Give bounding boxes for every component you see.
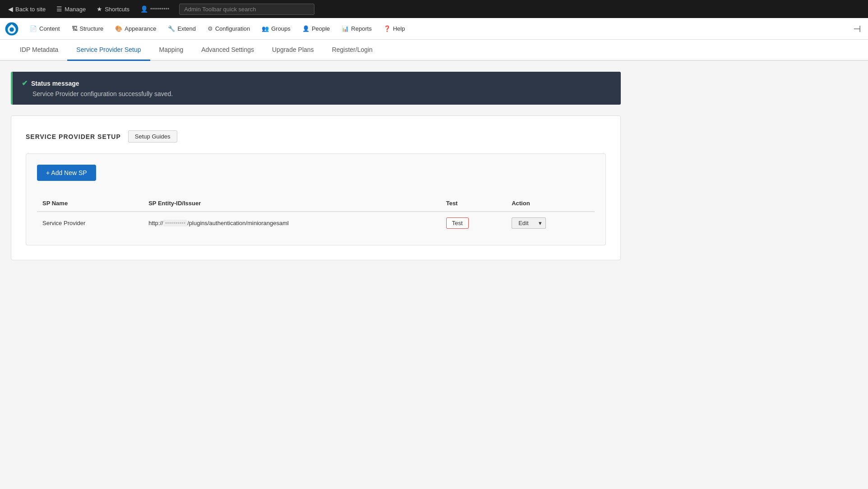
structure-icon: 🏗: [72, 25, 78, 32]
manage-btn[interactable]: ☰ Manage: [52, 4, 90, 14]
inner-card: + Add New SP SP Name SP Entity-ID/Issuer…: [26, 153, 606, 245]
tab-idp-metadata[interactable]: IDP Metadata: [11, 40, 67, 61]
tab-service-provider-setup[interactable]: Service Provider Setup: [67, 40, 150, 61]
page-content: ✔ Status message Service Provider config…: [0, 61, 632, 271]
extend-icon: 🔧: [168, 25, 175, 32]
section-title: SERVICE PROVIDER SETUP: [26, 133, 121, 140]
nav-groups[interactable]: 👥 Groups: [256, 23, 296, 35]
content-icon: 📄: [30, 25, 37, 32]
status-message-banner: ✔ Status message Service Provider config…: [11, 72, 621, 105]
nav-structure[interactable]: 🏗 Structure: [66, 23, 109, 35]
action-cell: Edit ▾: [506, 212, 595, 234]
main-nav: 📄 Content 🏗 Structure 🎨 Appearance 🔧 Ext…: [0, 18, 868, 40]
col-test: Test: [441, 195, 506, 212]
user-icon: 👤: [140, 5, 148, 13]
people-icon: 👤: [302, 25, 309, 32]
edit-dropdown-button[interactable]: ▾: [535, 217, 546, 229]
sp-entity-id-cell: http://••••••••••/plugins/authentication…: [143, 212, 441, 234]
config-icon: ⚙: [208, 25, 213, 32]
tab-advanced-settings[interactable]: Advanced Settings: [192, 40, 263, 61]
test-button[interactable]: Test: [446, 217, 469, 229]
main-nav-right: ⊣: [850, 22, 864, 36]
sp-entity-id-value: http://••••••••••/plugins/authentication…: [148, 220, 289, 226]
star-icon: ★: [97, 5, 102, 13]
drupal-logo: [4, 21, 20, 37]
check-icon: ✔: [22, 79, 28, 88]
help-icon: ❓: [383, 25, 391, 32]
col-action: Action: [506, 195, 595, 212]
nav-extend[interactable]: 🔧 Extend: [162, 23, 201, 35]
section-header: SERVICE PROVIDER SETUP Setup Guides: [26, 130, 606, 143]
menu-icon: ☰: [56, 5, 62, 13]
sidebar-toggle-btn[interactable]: ⊣: [850, 22, 864, 36]
col-sp-entity-id: SP Entity-ID/Issuer: [143, 195, 441, 212]
groups-icon: 👥: [262, 25, 269, 32]
sp-name-cell: Service Provider: [37, 212, 143, 234]
appearance-icon: 🎨: [115, 25, 122, 32]
tab-mapping[interactable]: Mapping: [150, 40, 193, 61]
nav-appearance[interactable]: 🎨 Appearance: [110, 23, 162, 35]
table-header-row: SP Name SP Entity-ID/Issuer Test Action: [37, 195, 595, 212]
back-to-site-btn[interactable]: ◀ Back to site: [4, 4, 50, 14]
nav-content[interactable]: 📄 Content: [24, 23, 65, 35]
shortcuts-btn[interactable]: ★ Shortcuts: [92, 4, 134, 14]
setup-guides-button[interactable]: Setup Guides: [128, 130, 177, 143]
table-row: Service Provider http://••••••••••/plugi…: [37, 212, 595, 234]
chevron-down-icon: ▾: [539, 220, 542, 226]
tab-register-login[interactable]: Register/Login: [323, 40, 382, 61]
admin-search-input[interactable]: [179, 4, 314, 15]
edit-button[interactable]: Edit: [512, 217, 535, 229]
status-message-body: Service Provider configuration successfu…: [22, 90, 612, 97]
username-label: ••••••••••: [150, 6, 169, 12]
nav-people[interactable]: 👤 People: [297, 23, 335, 35]
back-arrow-icon: ◀: [8, 5, 13, 13]
status-message-title: ✔ Status message: [22, 79, 612, 88]
reports-icon: 📊: [342, 25, 349, 32]
tab-upgrade-plans[interactable]: Upgrade Plans: [263, 40, 323, 61]
main-card: SERVICE PROVIDER SETUP Setup Guides + Ad…: [11, 115, 621, 260]
admin-toolbar: ◀ Back to site ☰ Manage ★ Shortcuts 👤 ••…: [0, 0, 868, 18]
nav-help[interactable]: ❓ Help: [378, 23, 411, 35]
nav-configuration[interactable]: ⚙ Configuration: [202, 23, 255, 35]
add-new-sp-button[interactable]: + Add New SP: [37, 165, 96, 181]
test-cell: Test: [441, 212, 506, 234]
admin-toolbar-search: [179, 4, 314, 15]
nav-reports[interactable]: 📊 Reports: [336, 23, 377, 35]
edit-btn-group: Edit ▾: [512, 217, 589, 229]
svg-point-1: [9, 27, 14, 32]
sp-table: SP Name SP Entity-ID/Issuer Test Action …: [37, 195, 595, 234]
user-btn[interactable]: 👤 ••••••••••: [136, 4, 174, 14]
tab-navigation: IDP Metadata Service Provider Setup Mapp…: [0, 40, 868, 61]
col-sp-name: SP Name: [37, 195, 143, 212]
